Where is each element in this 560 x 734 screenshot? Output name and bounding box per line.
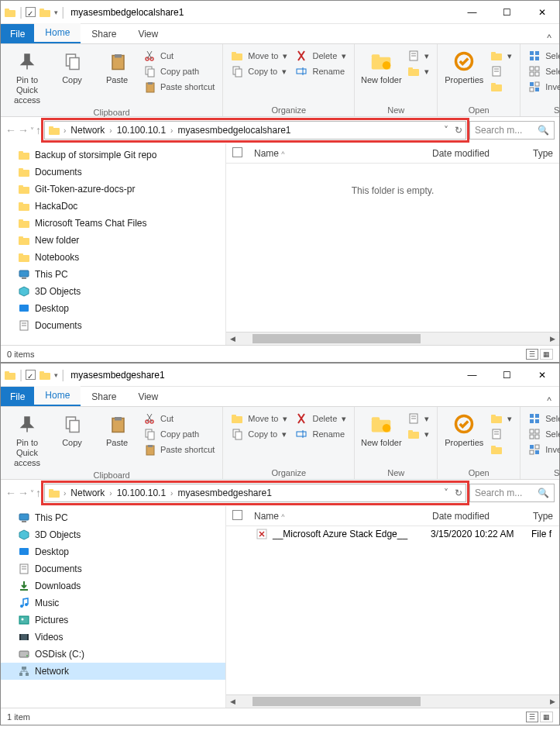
paste-shortcut-button[interactable]: Paste shortcut xyxy=(140,80,218,94)
details-view-button[interactable]: ☰ xyxy=(526,349,538,360)
nav-item[interactable]: Documents xyxy=(1,164,225,181)
titlebar[interactable]: | ▾ | myasesmbedgelocalshare1 — ☐ ✕ xyxy=(1,1,559,24)
close-button[interactable]: ✕ xyxy=(524,364,559,387)
share-tab[interactable]: Share xyxy=(81,25,127,43)
nav-item[interactable]: Videos xyxy=(1,629,225,646)
nav-item[interactable]: Documents xyxy=(1,560,225,577)
minimize-button[interactable]: — xyxy=(455,364,490,387)
file-list[interactable]: __Microsoft Azure Stack Edge__3/15/2020 … xyxy=(226,526,559,694)
forward-button[interactable]: → xyxy=(18,487,29,499)
open-button[interactable]: ▾ xyxy=(487,412,515,426)
close-button[interactable]: ✕ xyxy=(524,1,559,24)
move-to-button[interactable]: Move to ▾ xyxy=(228,49,290,63)
nav-item[interactable]: 3D Objects xyxy=(1,526,225,543)
paste-button[interactable]: Paste xyxy=(95,408,139,448)
edit-button[interactable] xyxy=(487,64,515,78)
easy-access-button[interactable]: ▾ xyxy=(404,427,432,441)
qat-dropdown[interactable]: ▾ xyxy=(54,371,58,379)
breadcrumb-segment[interactable]: myasesmbedgelocalshare1 xyxy=(173,125,295,136)
address-bar[interactable]: ›Network›10.100.10.1›myasesmbedgeshare1 … xyxy=(44,484,466,502)
paste-button[interactable]: Paste xyxy=(95,46,139,85)
nav-item[interactable]: Backup of storsimple Git repo xyxy=(1,146,225,164)
search-input[interactable]: Search m...🔍 xyxy=(469,121,555,140)
icons-view-button[interactable]: ▦ xyxy=(540,349,553,360)
nav-item[interactable]: Microsoft Teams Chat Files xyxy=(1,215,225,232)
nav-item[interactable]: Git-Token-azure-docs-pr xyxy=(1,181,225,198)
copy-to-button[interactable]: Copy to ▾ xyxy=(228,64,290,78)
nav-item[interactable]: New folder xyxy=(1,232,225,249)
search-input[interactable]: Search m...🔍 xyxy=(469,484,555,502)
name-column[interactable]: Name ^ xyxy=(248,511,426,522)
breadcrumb-segment[interactable]: 10.100.10.1 xyxy=(112,125,170,136)
collapse-ribbon-button[interactable]: ^ xyxy=(539,395,559,406)
select-all-checkbox[interactable] xyxy=(232,510,242,520)
icons-view-button[interactable]: ▦ xyxy=(540,712,553,722)
nav-item[interactable]: Downloads xyxy=(1,577,225,594)
nav-item[interactable]: Pictures xyxy=(1,612,225,629)
cut-button[interactable]: Cut xyxy=(140,412,218,426)
new-item-button[interactable]: ▾ xyxy=(404,49,432,63)
type-column[interactable]: Type xyxy=(527,148,559,159)
delete-button[interactable]: Delete ▾ xyxy=(292,49,349,63)
pin-button[interactable]: Pin to Quick access xyxy=(5,408,49,469)
qat-checkbox[interactable] xyxy=(26,370,36,380)
up-button[interactable]: ↑ xyxy=(36,487,41,499)
back-button[interactable]: ← xyxy=(5,487,16,499)
address-bar[interactable]: ›Network›10.100.10.1›myasesmbedgelocalsh… xyxy=(44,121,466,140)
maximize-button[interactable]: ☐ xyxy=(490,364,524,387)
select-none-button[interactable]: Select none xyxy=(525,427,560,441)
horizontal-scrollbar[interactable]: ◀▶ xyxy=(226,694,559,708)
pin-button[interactable]: Pin to Quick access xyxy=(5,46,49,106)
nav-item[interactable]: This PC xyxy=(1,509,225,526)
qat-dropdown[interactable]: ▾ xyxy=(54,9,58,16)
select-none-button[interactable]: Select none xyxy=(525,64,560,78)
history-button[interactable] xyxy=(487,443,515,457)
recent-button[interactable]: ˅ xyxy=(30,126,34,135)
file-row[interactable]: __Microsoft Azure Stack Edge__3/15/2020 … xyxy=(226,526,559,542)
history-button[interactable] xyxy=(487,80,515,94)
file-tab[interactable]: File xyxy=(1,387,34,406)
rename-button[interactable]: Rename xyxy=(292,64,349,78)
view-tab[interactable]: View xyxy=(127,388,169,406)
nav-item[interactable]: OSDisk (C:) xyxy=(1,646,225,663)
rename-button[interactable]: Rename xyxy=(292,427,349,441)
navigation-pane[interactable]: Backup of storsimple Git repoDocumentsGi… xyxy=(1,143,225,345)
nav-item[interactable]: Desktop xyxy=(1,300,225,317)
move-to-button[interactable]: Move to ▾ xyxy=(228,412,290,426)
details-view-button[interactable]: ☰ xyxy=(526,712,538,722)
nav-item[interactable]: Music xyxy=(1,594,225,612)
new-folder-button[interactable]: New folder xyxy=(359,46,403,85)
breadcrumb-segment[interactable]: Network xyxy=(66,488,109,498)
select-all-checkbox[interactable] xyxy=(232,147,242,157)
navigation-pane[interactable]: This PC3D ObjectsDesktopDocumentsDownloa… xyxy=(1,506,225,708)
easy-access-button[interactable]: ▾ xyxy=(404,64,432,78)
select-all-button[interactable]: Select all xyxy=(525,49,560,63)
new-item-button[interactable]: ▾ xyxy=(404,412,432,426)
collapse-ribbon-button[interactable]: ^ xyxy=(539,33,559,43)
share-tab[interactable]: Share xyxy=(81,388,127,406)
invert-selection-button[interactable]: Invert selection xyxy=(525,443,560,457)
breadcrumb-segment[interactable]: 10.100.10.1 xyxy=(112,488,170,498)
cut-button[interactable]: Cut xyxy=(140,49,218,63)
copy-path-button[interactable]: Copy path xyxy=(140,64,218,78)
refresh-button[interactable]: ↻ xyxy=(455,488,462,498)
file-list[interactable]: This folder is empty. xyxy=(226,164,559,332)
forward-button[interactable]: → xyxy=(18,124,29,136)
select-all-button[interactable]: Select all xyxy=(525,412,560,426)
date-column[interactable]: Date modified xyxy=(426,148,527,159)
name-column[interactable]: Name ^ xyxy=(248,148,426,159)
view-tab[interactable]: View xyxy=(127,25,169,43)
paste-shortcut-button[interactable]: Paste shortcut xyxy=(140,443,218,457)
qat-checkbox[interactable] xyxy=(26,7,36,17)
new-folder-button[interactable]: New folder xyxy=(359,408,403,448)
maximize-button[interactable]: ☐ xyxy=(490,1,524,24)
copy-button[interactable]: Copy xyxy=(50,408,94,448)
properties-button[interactable]: Properties xyxy=(442,46,486,85)
nav-item[interactable]: HackaDoc xyxy=(1,198,225,215)
nav-item[interactable]: 3D Objects xyxy=(1,283,225,300)
horizontal-scrollbar[interactable]: ◀▶ xyxy=(226,332,559,345)
properties-button[interactable]: Properties xyxy=(442,408,486,448)
address-dropdown[interactable]: ˅ xyxy=(444,488,448,498)
address-dropdown[interactable]: ˅ xyxy=(444,125,448,136)
date-column[interactable]: Date modified xyxy=(426,511,527,522)
